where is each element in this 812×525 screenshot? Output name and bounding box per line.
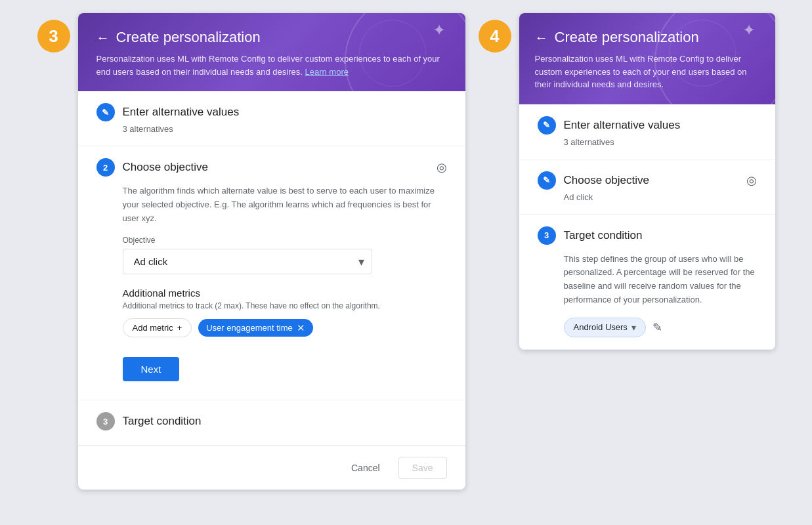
user-engagement-chip[interactable]: User engagement time ✕ (198, 319, 313, 337)
step-badge-3: 3 (37, 20, 70, 52)
panel1: ← Create personalization Personalization… (78, 13, 465, 490)
plus-icon: + (177, 323, 182, 333)
target-icon: ◎ (437, 160, 447, 175)
panel2-step1-item: ✎ Enter alternative values 3 alternative… (519, 104, 775, 159)
condition-edit-pencil-icon[interactable]: ✎ (652, 320, 662, 335)
step1-subtitle: 3 alternatives (123, 124, 447, 134)
panel2: ← Create personalization Personalization… (519, 13, 775, 350)
cancel-button[interactable]: Cancel (343, 457, 388, 478)
learn-more-link[interactable]: Learn more (305, 67, 349, 77)
panel2-wrapper: 4 ← Create personalization Personalizati… (479, 13, 775, 350)
step3-header: 3 Target condition (96, 412, 447, 430)
step1-circle: ✎ (96, 103, 115, 121)
step1-header: ✎ Enter alternative values (96, 103, 447, 121)
step3-item: 3 Target condition (78, 400, 465, 446)
step1-title: Enter alternative values (123, 106, 240, 119)
condition-chip-label: Android Users (574, 322, 628, 332)
chip-label: User engagement time (206, 323, 293, 333)
target-condition-row: Android Users ▾ ✎ (564, 318, 757, 337)
step2-item: 2 Choose objective ◎ The algorithm finds… (78, 146, 465, 400)
save-button[interactable]: Save (398, 457, 447, 479)
panel1-wrapper: 3 ← Create personalization Personalizati… (37, 13, 465, 490)
panel2-step2-header: ✎ Choose objective ◎ (538, 171, 757, 190)
back-arrow-icon[interactable]: ← (96, 30, 110, 45)
panel2-step1-title: Enter alternative values (564, 119, 681, 132)
chip-dropdown-arrow-icon: ▾ (631, 322, 636, 333)
objective-select[interactable]: Ad click Session duration User engagemen… (123, 249, 372, 274)
panel2-step2-subtitle: Ad click (564, 192, 757, 202)
panel2-header: ← Create personalization Personalization… (519, 13, 775, 104)
additional-metrics-title: Additional metrics (123, 287, 447, 299)
add-metric-button[interactable]: Add metric + (123, 318, 192, 337)
panel2-step1-subtitle: 3 alternatives (564, 137, 757, 147)
panel2-subtitle: Personalization uses ML with Remote Conf… (535, 52, 759, 91)
panel1-footer: Cancel Save (78, 446, 465, 490)
target-condition-description: This step defines the group of users who… (564, 253, 757, 307)
additional-metrics-section: Additional metrics Additional metrics to… (123, 287, 447, 337)
panel1-header: ← Create personalization Personalization… (78, 13, 465, 91)
objective-select-wrapper: Ad click Session duration User engagemen… (123, 249, 372, 274)
header-title-row: ← Create personalization (96, 29, 447, 46)
panel2-step3-title: Target condition (564, 229, 643, 242)
step1-item: ✎ Enter alternative values 3 alternative… (78, 91, 465, 146)
step-badge-4: 4 (479, 20, 511, 52)
stars-decoration: ✦ (433, 21, 446, 39)
add-metric-label: Add metric (133, 323, 173, 333)
panel2-step3-circle: 3 (538, 226, 556, 245)
step3-circle: 3 (96, 412, 115, 430)
objective-field-label: Objective (123, 236, 447, 245)
panel2-step3-item: 3 Target condition This step defines the… (519, 215, 775, 350)
step2-description: The algorithm finds which alternate valu… (123, 184, 447, 225)
additional-metrics-subtitle: Additional metrics to track (2 max). The… (123, 301, 447, 310)
step2-circle: 2 (96, 158, 115, 177)
panel1-subtitle: Personalization uses ML with Remote Conf… (96, 52, 447, 78)
panel2-step3-header: 3 Target condition (538, 226, 757, 245)
panel2-step1-circle: ✎ (538, 116, 556, 135)
panel2-step2-title: Choose objective (564, 174, 649, 187)
panel2-stars-decoration: ✦ (742, 21, 756, 39)
panel2-step2-item: ✎ Choose objective ◎ Ad click (519, 159, 775, 215)
next-button[interactable]: Next (123, 357, 180, 381)
panel1-title: Create personalization (116, 29, 261, 46)
android-users-chip[interactable]: Android Users ▾ (564, 318, 646, 337)
panel2-back-arrow-icon[interactable]: ← (535, 30, 548, 45)
metrics-row: Add metric + User engagement time ✕ (123, 318, 447, 337)
panel2-header-title-row: ← Create personalization (535, 29, 759, 46)
panel2-title: Create personalization (555, 29, 699, 46)
panel2-target-icon: ◎ (746, 173, 757, 188)
step2-header: 2 Choose objective ◎ (96, 158, 447, 177)
panel2-step2-circle: ✎ (538, 171, 556, 190)
step2-title: Choose objective (123, 161, 208, 174)
chip-close-icon[interactable]: ✕ (297, 323, 305, 333)
panel2-step1-header: ✎ Enter alternative values (538, 116, 757, 135)
step3-title: Target condition (123, 415, 202, 428)
